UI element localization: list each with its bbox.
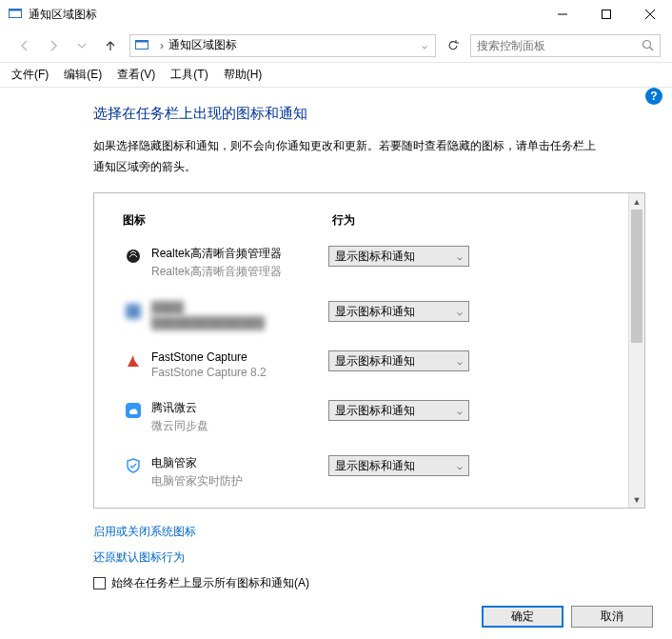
- scroll-thumb[interactable]: [631, 210, 642, 343]
- ok-button[interactable]: 确定: [482, 606, 563, 628]
- list-item: 电脑管家电脑管家实时防护 显示图标和通知⌵: [123, 455, 628, 489]
- always-show-checkbox[interactable]: [93, 577, 106, 589]
- list-item: 腾讯微云微云同步盘 显示图标和通知⌵: [123, 400, 628, 434]
- scroll-up-button[interactable]: ▲: [629, 193, 644, 210]
- forward-button[interactable]: [40, 32, 67, 59]
- realtek-icon: [123, 246, 144, 267]
- chevron-down-icon: ⌵: [457, 251, 463, 262]
- svg-point-8: [643, 41, 651, 49]
- item-name: Realtek高清晰音频管理器: [151, 246, 328, 262]
- menu-file[interactable]: 文件(F): [4, 64, 56, 86]
- list-item: ██████████████████ 显示图标和通知⌵: [123, 301, 628, 329]
- column-headers: 图标 行为: [123, 212, 628, 229]
- system-icons-link[interactable]: 启用或关闭系统图标: [93, 524, 645, 540]
- page-description: 如果选择隐藏图标和通知，则不会向你通知更改和更新。若要随时查看隐藏的图标，请单击…: [93, 136, 598, 177]
- refresh-button[interactable]: [442, 34, 464, 57]
- restore-defaults-link[interactable]: 还原默认图标行为: [93, 549, 645, 566]
- header-behavior: 行为: [332, 212, 355, 229]
- chevron-down-icon: ⌵: [457, 356, 463, 367]
- content-area: ? 选择在任务栏上出现的图标和通知 如果选择隐藏图标和通知，则不会向你通知更改和…: [0, 88, 672, 591]
- maximize-button[interactable]: [584, 0, 628, 29]
- item-sub: Realtek高清晰音频管理器: [151, 264, 328, 280]
- svg-rect-7: [136, 40, 148, 42]
- behavior-select[interactable]: 显示图标和通知⌵: [328, 350, 469, 371]
- address-path: 通知区域图标: [168, 37, 418, 53]
- icon-list: Realtek高清晰音频管理器Realtek高清晰音频管理器 显示图标和通知⌵ …: [123, 246, 628, 508]
- list-item: FastStone CaptureFastStone Capture 8.2 显…: [123, 350, 628, 379]
- item-name: 电脑管家: [151, 455, 328, 471]
- menu-bar: 文件(F) 编辑(E) 查看(V) 工具(T) 帮助(H): [0, 63, 672, 88]
- help-icon[interactable]: ?: [645, 88, 662, 105]
- window-icon: [8, 7, 23, 22]
- behavior-select[interactable]: 显示图标和通知⌵: [328, 455, 469, 476]
- chevron-right-icon: ›: [155, 39, 168, 52]
- nav-toolbar: › 通知区域图标 ⌵: [0, 29, 672, 63]
- svg-line-9: [650, 48, 654, 51]
- always-show-label: 始终在任务栏上显示所有图标和通知(A): [111, 575, 309, 591]
- menu-view[interactable]: 查看(V): [109, 64, 163, 86]
- svg-rect-3: [603, 10, 611, 19]
- minimize-button[interactable]: [541, 0, 584, 29]
- item-name: FastStone Capture: [151, 350, 328, 364]
- behavior-select[interactable]: 显示图标和通知⌵: [328, 400, 469, 421]
- header-icon: 图标: [123, 212, 332, 229]
- window-title: 通知区域图标: [29, 7, 97, 23]
- menu-tools[interactable]: 工具(T): [163, 64, 215, 86]
- title-bar: 通知区域图标: [0, 0, 672, 29]
- monitor-icon: [134, 38, 149, 53]
- chevron-down-icon: ⌵: [457, 461, 463, 471]
- app-icon: [123, 301, 144, 322]
- behavior-select[interactable]: 显示图标和通知⌵: [328, 246, 469, 267]
- close-button[interactable]: [628, 0, 672, 29]
- scroll-track[interactable]: [629, 210, 644, 491]
- search-box[interactable]: [470, 34, 661, 57]
- cancel-button[interactable]: 取消: [571, 606, 653, 628]
- item-sub: ██████████████: [151, 316, 328, 329]
- faststone-icon: [123, 350, 144, 371]
- item-sub: 微云同步盘: [151, 418, 328, 434]
- chevron-down-icon: ⌵: [457, 406, 463, 416]
- svg-rect-1: [10, 10, 22, 11]
- scroll-down-button[interactable]: ▼: [629, 491, 644, 508]
- menu-help[interactable]: 帮助(H): [216, 64, 270, 86]
- weiyun-icon: [123, 400, 144, 421]
- up-button[interactable]: [97, 32, 124, 59]
- page-heading: 选择在任务栏上出现的图标和通知: [93, 105, 645, 123]
- pc-manager-icon: [123, 455, 144, 476]
- recent-dropdown[interactable]: [69, 32, 95, 59]
- icon-list-panel: 图标 行为 Realtek高清晰音频管理器Realtek高清晰音频管理器 显示图…: [93, 192, 645, 509]
- search-input[interactable]: [477, 39, 642, 52]
- item-name: 腾讯微云: [151, 400, 328, 416]
- item-sub: FastStone Capture 8.2: [151, 366, 328, 379]
- behavior-select[interactable]: 显示图标和通知⌵: [328, 301, 469, 322]
- list-item: Realtek高清晰音频管理器Realtek高清晰音频管理器 显示图标和通知⌵: [123, 246, 628, 280]
- address-bar[interactable]: › 通知区域图标 ⌵: [129, 34, 436, 57]
- always-show-row: 始终在任务栏上显示所有图标和通知(A): [93, 575, 645, 591]
- scrollbar[interactable]: ▲ ▼: [628, 193, 644, 508]
- back-button[interactable]: [11, 32, 38, 59]
- links-area: 启用或关闭系统图标 还原默认图标行为: [93, 524, 645, 566]
- item-name: ████: [151, 301, 328, 314]
- item-sub: 电脑管家实时防护: [151, 473, 328, 489]
- dialog-buttons: 确定 取消: [482, 606, 653, 628]
- search-icon[interactable]: [642, 39, 654, 51]
- chevron-down-icon: ⌵: [457, 307, 463, 317]
- menu-edit[interactable]: 编辑(E): [56, 64, 109, 86]
- chevron-down-icon[interactable]: ⌵: [418, 40, 431, 50]
